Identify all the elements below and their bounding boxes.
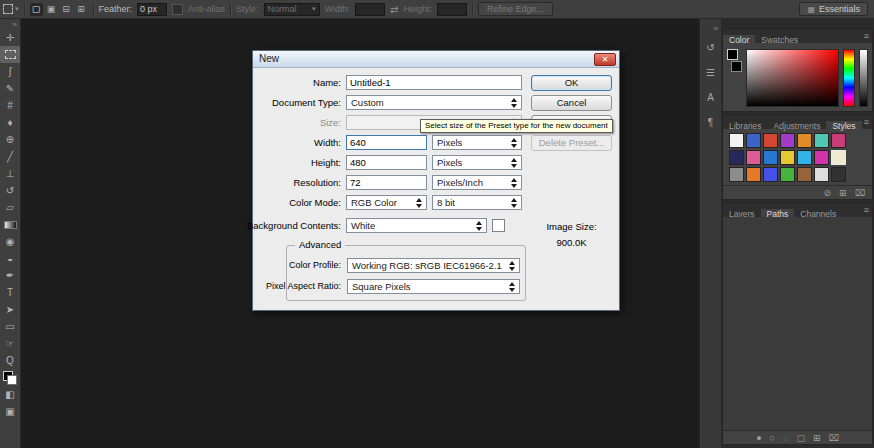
style-swatch[interactable] bbox=[814, 150, 829, 165]
style-swatch[interactable] bbox=[797, 167, 812, 182]
pixel-aspect-dropdown[interactable]: Square Pixels bbox=[347, 279, 520, 294]
hand-tool[interactable]: ☞ bbox=[0, 335, 20, 352]
load-selection-icon[interactable]: ◌ bbox=[783, 432, 788, 444]
paths-list[interactable] bbox=[723, 217, 872, 430]
workspace-switcher[interactable]: ▦ Essentials bbox=[799, 2, 868, 16]
cancel-button[interactable]: Cancel bbox=[531, 95, 612, 111]
style-dropdown[interactable]: Normal ▾ bbox=[264, 3, 320, 16]
properties-panel-icon[interactable]: ☰ bbox=[706, 68, 715, 78]
background-contents-dropdown[interactable]: White bbox=[346, 218, 487, 233]
style-swatch[interactable] bbox=[831, 150, 846, 165]
style-swatch[interactable] bbox=[780, 133, 795, 148]
dialog-titlebar[interactable]: New ✕ bbox=[253, 51, 619, 68]
rectangular-marquee-tool[interactable] bbox=[0, 46, 20, 63]
tool-preset-picker[interactable]: ▾ bbox=[3, 4, 19, 14]
lasso-tool[interactable]: ʃ bbox=[0, 63, 20, 80]
style-swatch[interactable] bbox=[763, 133, 778, 148]
width-unit-dropdown[interactable]: Pixels bbox=[432, 135, 522, 150]
color-depth-dropdown[interactable]: 8 bit bbox=[432, 195, 522, 210]
style-swatch[interactable] bbox=[831, 133, 846, 148]
style-swatch[interactable] bbox=[729, 133, 744, 148]
intersect-selection-icon[interactable]: ⊞ bbox=[75, 3, 88, 16]
tab-styles[interactable]: Styles bbox=[826, 121, 861, 131]
make-mask-icon[interactable]: ▢ bbox=[796, 432, 805, 444]
panel-menu-icon[interactable]: ≡ bbox=[864, 203, 869, 217]
subtract-selection-icon[interactable]: ⊟ bbox=[60, 3, 73, 16]
width-input[interactable] bbox=[355, 3, 385, 16]
eyedropper-tool[interactable]: ♦ bbox=[0, 114, 20, 131]
healing-brush-tool[interactable]: ⊕ bbox=[0, 131, 20, 148]
style-swatch[interactable] bbox=[729, 150, 744, 165]
style-swatch[interactable] bbox=[831, 167, 846, 182]
saturation-square[interactable] bbox=[746, 49, 839, 107]
style-swatch[interactable] bbox=[746, 167, 761, 182]
style-swatch[interactable] bbox=[797, 150, 812, 165]
character-panel-icon[interactable]: A bbox=[707, 93, 714, 103]
quick-mask-icon[interactable]: ◧ bbox=[0, 386, 20, 403]
height-input[interactable] bbox=[437, 3, 467, 16]
blur-tool[interactable]: ◉ bbox=[0, 233, 20, 250]
add-selection-icon[interactable]: ▣ bbox=[45, 3, 58, 16]
type-tool[interactable]: T bbox=[0, 284, 20, 301]
color-mode-dropdown[interactable]: RGB Color bbox=[346, 195, 427, 210]
resolution-unit-dropdown[interactable]: Pixels/Inch bbox=[432, 175, 522, 190]
style-swatch[interactable] bbox=[729, 167, 744, 182]
zoom-tool[interactable]: Q bbox=[0, 352, 20, 369]
path-selection-tool[interactable]: ➤ bbox=[0, 301, 20, 318]
new-selection-icon[interactable]: ▢ bbox=[30, 3, 43, 16]
quick-selection-tool[interactable]: ✎ bbox=[0, 80, 20, 97]
collapse-tools-icon[interactable]: » bbox=[0, 19, 20, 29]
style-swatch[interactable] bbox=[814, 167, 829, 182]
background-color-swatch[interactable] bbox=[492, 219, 505, 232]
dodge-tool[interactable]: ◒ bbox=[0, 250, 20, 267]
style-swatch[interactable] bbox=[746, 150, 761, 165]
resolution-input[interactable] bbox=[346, 175, 427, 190]
brush-tool[interactable]: ╱ bbox=[0, 148, 20, 165]
panel-menu-icon[interactable]: ≡ bbox=[864, 29, 869, 43]
history-panel-icon[interactable]: ↺ bbox=[706, 43, 714, 53]
style-swatch[interactable] bbox=[797, 133, 812, 148]
style-swatch[interactable] bbox=[780, 150, 795, 165]
antialias-checkbox[interactable] bbox=[172, 4, 183, 15]
grayscale-slider[interactable] bbox=[859, 49, 868, 107]
feather-input[interactable] bbox=[137, 3, 167, 16]
paragraph-panel-icon[interactable]: ¶ bbox=[708, 118, 713, 128]
new-path-icon[interactable]: ⊞ bbox=[813, 432, 821, 444]
move-tool[interactable]: ✛ bbox=[0, 29, 20, 46]
width-input[interactable] bbox=[346, 135, 427, 150]
tab-color[interactable]: Color bbox=[723, 35, 755, 45]
hue-slider[interactable] bbox=[843, 49, 855, 107]
gradient-tool[interactable] bbox=[0, 216, 20, 233]
style-swatch[interactable] bbox=[763, 150, 778, 165]
close-icon[interactable]: ✕ bbox=[594, 53, 616, 66]
foreground-background-swatch[interactable] bbox=[727, 49, 742, 75]
shape-tool[interactable]: ▭ bbox=[0, 318, 20, 335]
swap-dimensions-icon[interactable]: ⇄ bbox=[390, 4, 398, 15]
clear-style-icon[interactable]: ⊘ bbox=[824, 187, 832, 199]
style-swatch[interactable] bbox=[746, 133, 761, 148]
delete-style-icon[interactable]: ⌧ bbox=[855, 187, 865, 199]
color-profile-dropdown[interactable]: Working RGB: sRGB IEC61966-2.1 bbox=[347, 258, 520, 273]
screen-mode-icon[interactable]: ▣ bbox=[0, 403, 20, 420]
document-type-dropdown[interactable]: Custom bbox=[346, 95, 522, 110]
new-style-icon[interactable]: ⊞ bbox=[839, 187, 847, 199]
pen-tool[interactable]: ✒ bbox=[0, 267, 20, 284]
eraser-tool[interactable]: ▱ bbox=[0, 199, 20, 216]
name-input[interactable] bbox=[346, 75, 522, 90]
history-brush-tool[interactable]: ↺ bbox=[0, 182, 20, 199]
clone-stamp-tool[interactable]: ⊥ bbox=[0, 165, 20, 182]
stroke-path-icon[interactable]: ○ bbox=[770, 432, 775, 444]
panel-menu-icon[interactable]: ≡ bbox=[864, 115, 869, 129]
style-swatch[interactable] bbox=[780, 167, 795, 182]
tab-swatches[interactable]: Swatches bbox=[755, 35, 804, 45]
crop-tool[interactable]: # bbox=[0, 97, 20, 114]
foreground-background-colors[interactable] bbox=[0, 369, 20, 386]
expand-panels-icon[interactable]: « bbox=[714, 24, 718, 34]
tab-libraries[interactable]: Libraries bbox=[723, 121, 768, 131]
fill-path-icon[interactable]: ● bbox=[756, 432, 761, 444]
height-unit-dropdown[interactable]: Pixels bbox=[432, 155, 522, 170]
height-input[interactable] bbox=[346, 155, 427, 170]
ok-button[interactable]: OK bbox=[531, 75, 612, 91]
delete-path-icon[interactable]: ⌧ bbox=[828, 432, 838, 444]
tab-adjustments[interactable]: Adjustments bbox=[768, 121, 827, 131]
